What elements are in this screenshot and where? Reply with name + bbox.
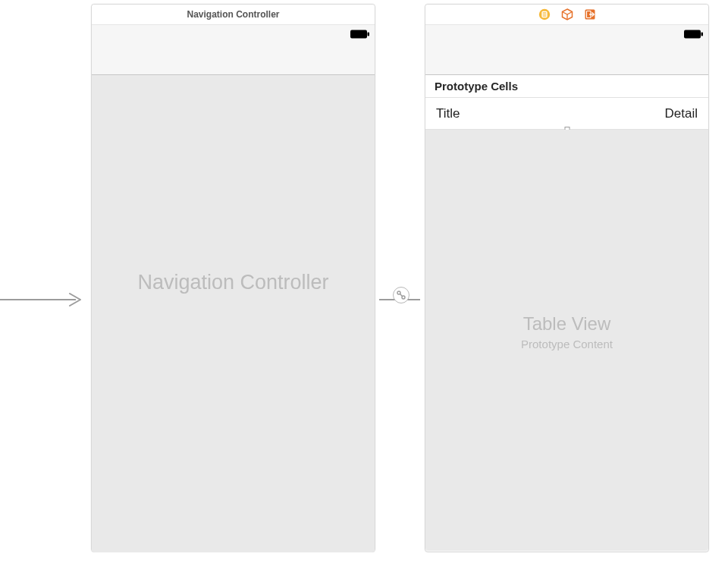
status-bar bbox=[425, 25, 708, 40]
svg-rect-1 bbox=[350, 30, 367, 39]
scene-dock-title: Navigation Controller bbox=[187, 9, 279, 20]
nav-controller-placeholder: Navigation Controller bbox=[92, 271, 375, 294]
prototype-cells-label: Prototype Cells bbox=[435, 80, 518, 93]
table-view-placeholder: Table View bbox=[425, 313, 708, 335]
table-view-body[interactable]: Table View Prototype Content bbox=[425, 130, 708, 551]
status-bar bbox=[92, 25, 375, 40]
cell-detail-label: Detail bbox=[665, 106, 698, 121]
table-view-controller-scene[interactable]: Prototype Cells Title Detail Table View … bbox=[425, 4, 709, 552]
battery-icon bbox=[350, 28, 370, 37]
view-controller-icon[interactable] bbox=[538, 8, 551, 20]
prototype-cells-header: Prototype Cells bbox=[425, 75, 708, 98]
svg-rect-16 bbox=[684, 30, 701, 39]
relationship-segue-icon[interactable] bbox=[393, 287, 410, 303]
first-responder-icon[interactable] bbox=[561, 8, 573, 20]
navigation-controller-scene[interactable]: Navigation Controller Navigation Control… bbox=[91, 4, 375, 552]
navigation-bar[interactable] bbox=[425, 40, 708, 75]
scene-dock-left[interactable]: Navigation Controller bbox=[92, 5, 375, 25]
prototype-cell[interactable]: Title Detail bbox=[425, 98, 708, 130]
svg-point-7 bbox=[538, 9, 549, 20]
battery-icon bbox=[684, 28, 704, 37]
scene-dock-right[interactable] bbox=[425, 5, 708, 25]
storyboard-entry-arrow[interactable] bbox=[0, 293, 85, 305]
svg-line-6 bbox=[400, 294, 402, 296]
cell-title-label: Title bbox=[436, 106, 460, 121]
navigation-bar[interactable] bbox=[92, 40, 375, 75]
svg-rect-17 bbox=[701, 33, 704, 36]
svg-rect-2 bbox=[368, 33, 370, 36]
nav-controller-content[interactable]: Navigation Controller bbox=[92, 75, 375, 552]
table-view-subplaceholder: Prototype Content bbox=[425, 338, 708, 350]
exit-icon[interactable] bbox=[584, 8, 596, 20]
